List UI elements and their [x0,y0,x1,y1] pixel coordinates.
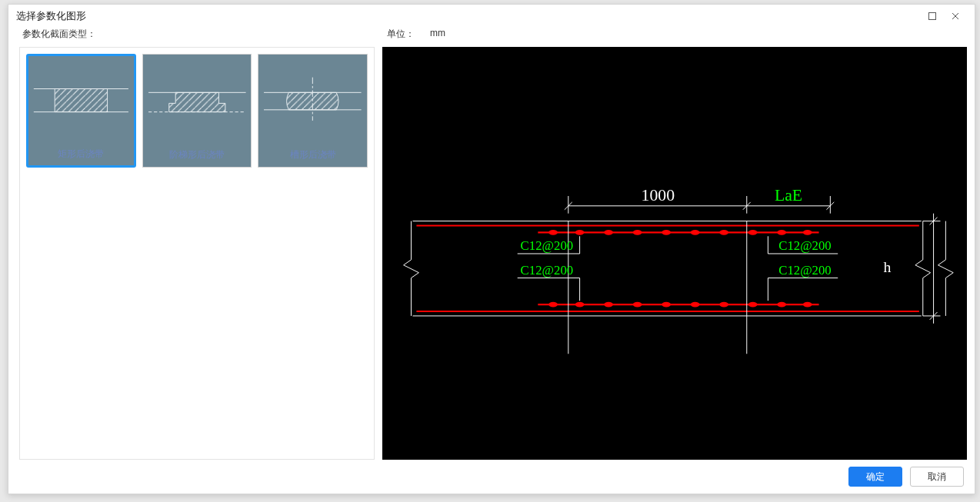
thumb-channel-strip-icon [258,55,367,144]
footer: 确定 取消 [8,460,975,494]
rebar-label-bot-left: C12@200 [521,263,574,278]
svg-point-34 [575,302,585,308]
svg-point-36 [633,302,642,308]
svg-point-41 [777,302,786,308]
unit-row: 单位： mm [382,28,967,47]
svg-point-39 [719,302,728,308]
svg-point-37 [662,302,671,308]
dialog-window: 选择参数化图形 参数化截面类型： [8,4,975,494]
svg-point-33 [548,302,558,308]
rebar-label-top-left: C12@200 [521,238,574,253]
svg-point-31 [777,230,786,235]
dim-width-text: 1000 [642,186,675,204]
svg-point-23 [548,230,558,235]
svg-point-27 [662,230,671,235]
drawing-canvas[interactable]: 1000 LaE [382,47,967,460]
thumb-label: 槽形后浇带 [258,144,367,168]
maximize-icon [928,12,936,20]
rebar-label-bot-right: C12@200 [778,263,832,278]
maximize-button[interactable] [921,5,944,27]
thumb-rectangular-strip[interactable]: 矩形后浇带 [26,54,136,168]
dim-height-text: h [883,258,891,275]
svg-rect-3 [55,89,107,112]
thumb-label: 阶梯形后浇带 [143,144,252,168]
thumb-channel-strip[interactable]: 槽形后浇带 [258,54,368,168]
right-pane: 单位： mm [382,28,967,460]
svg-point-26 [633,230,642,235]
svg-point-38 [691,302,700,308]
close-icon [952,12,959,20]
thumb-rectangular-strip-icon [28,56,134,142]
svg-point-40 [748,302,758,308]
thumb-label: 矩形后浇带 [28,142,134,165]
section-drawing: 1000 LaE [382,47,967,460]
close-button[interactable] [944,5,967,27]
section-type-label: 参数化截面类型： [19,28,375,47]
titlebar: 选择参数化图形 [8,5,975,28]
thumbnail-list: 矩形后浇带 [19,47,375,460]
svg-point-24 [575,230,585,235]
unit-value: mm [430,28,445,41]
svg-point-25 [604,230,613,235]
svg-point-29 [719,230,728,235]
rebar-label-top-right: C12@200 [778,238,832,253]
left-pane: 参数化截面类型： [19,28,375,460]
svg-point-28 [691,230,700,235]
window-title: 选择参数化图形 [16,9,921,23]
content-area: 参数化截面类型： [8,28,975,460]
thumb-stepped-strip[interactable]: 阶梯形后浇带 [142,54,252,168]
unit-label: 单位： [387,28,415,41]
svg-point-42 [803,302,812,308]
svg-point-30 [748,230,758,235]
dim-ext-text: LaE [775,186,802,204]
svg-rect-0 [929,12,936,19]
thumb-stepped-strip-icon [143,55,252,144]
svg-point-35 [604,302,613,308]
cancel-button[interactable]: 取消 [910,467,964,487]
ok-button[interactable]: 确定 [848,467,902,487]
svg-point-32 [803,230,812,235]
